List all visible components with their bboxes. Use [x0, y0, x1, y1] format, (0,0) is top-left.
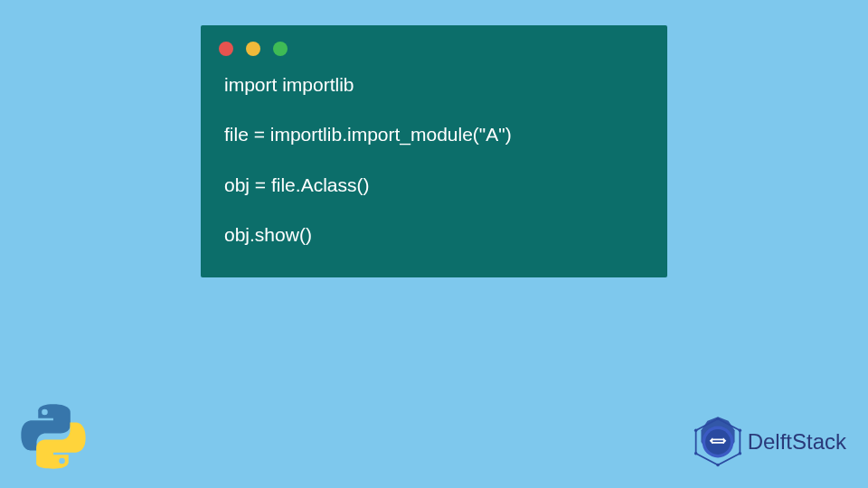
code-line: import importlib — [224, 72, 644, 97]
delftstack-brand-text: DelftStack — [748, 429, 846, 455]
window-titlebar — [201, 25, 667, 63]
code-line: obj = file.Aclass() — [224, 173, 644, 197]
code-window: import importlib file = importlib.import… — [201, 25, 667, 277]
code-blank — [224, 201, 644, 222]
svg-point-11 — [716, 464, 719, 466]
svg-point-9 — [738, 429, 741, 432]
minimize-icon — [246, 42, 260, 56]
svg-rect-4 — [712, 439, 724, 441]
maximize-icon — [273, 42, 288, 56]
delftstack-badge-icon — [692, 416, 744, 468]
svg-point-8 — [716, 418, 719, 420]
code-body: import importlib file = importlib.import… — [201, 63, 667, 256]
code-line: obj.show() — [224, 222, 644, 247]
python-logo-icon — [20, 403, 87, 470]
svg-point-12 — [694, 452, 697, 455]
code-blank — [224, 151, 644, 173]
close-icon — [219, 42, 233, 56]
svg-point-10 — [738, 452, 741, 455]
code-blank — [224, 100, 644, 122]
delftstack-logo: DelftStack — [692, 416, 846, 468]
svg-point-13 — [694, 429, 697, 432]
svg-rect-5 — [712, 442, 724, 444]
code-line: file = importlib.import_module("A") — [224, 122, 644, 146]
